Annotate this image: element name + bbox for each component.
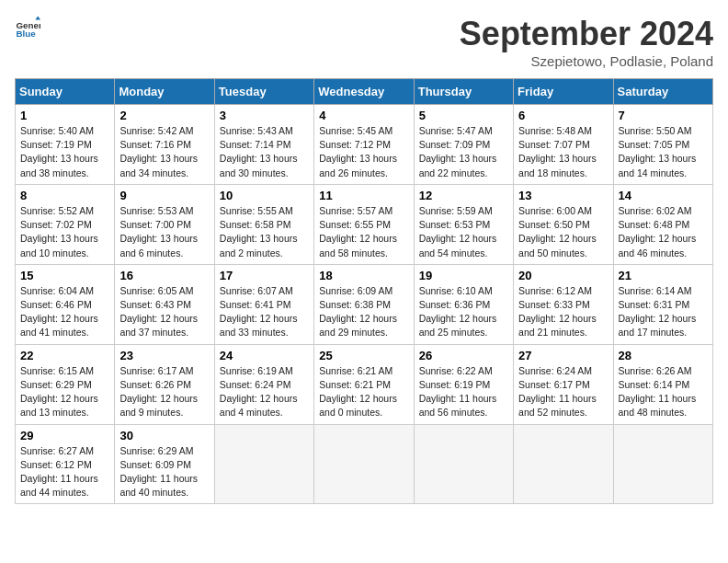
table-row: 9Sunrise: 5:53 AMSunset: 7:00 PMDaylight… [115, 184, 214, 264]
calendar-week-2: 8Sunrise: 5:52 AMSunset: 7:02 PMDaylight… [16, 184, 713, 264]
table-row: 15Sunrise: 6:04 AMSunset: 6:46 PMDayligh… [16, 264, 115, 344]
table-row [314, 424, 414, 504]
col-wednesday: Wednesday [314, 79, 414, 105]
calendar-week-5: 29Sunrise: 6:27 AMSunset: 6:12 PMDayligh… [16, 424, 713, 504]
table-row: 5Sunrise: 5:47 AMSunset: 7:09 PMDaylight… [414, 105, 513, 185]
table-row: 23Sunrise: 6:17 AMSunset: 6:26 PMDayligh… [115, 344, 214, 424]
table-row: 26Sunrise: 6:22 AMSunset: 6:19 PMDayligh… [414, 344, 513, 424]
table-row: 1Sunrise: 5:40 AMSunset: 7:19 PMDaylight… [16, 105, 115, 185]
table-row: 27Sunrise: 6:24 AMSunset: 6:17 PMDayligh… [514, 344, 613, 424]
table-row: 20Sunrise: 6:12 AMSunset: 6:33 PMDayligh… [514, 264, 613, 344]
table-row [414, 424, 513, 504]
table-row: 4Sunrise: 5:45 AMSunset: 7:12 PMDaylight… [314, 105, 414, 185]
calendar-table: Sunday Monday Tuesday Wednesday Thursday… [15, 78, 713, 504]
table-row: 12Sunrise: 5:59 AMSunset: 6:53 PMDayligh… [414, 184, 513, 264]
table-row: 18Sunrise: 6:09 AMSunset: 6:38 PMDayligh… [314, 264, 414, 344]
calendar-week-1: 1Sunrise: 5:40 AMSunset: 7:19 PMDaylight… [16, 105, 713, 185]
table-row: 10Sunrise: 5:55 AMSunset: 6:58 PMDayligh… [214, 184, 313, 264]
table-row: 30Sunrise: 6:29 AMSunset: 6:09 PMDayligh… [115, 424, 214, 504]
col-thursday: Thursday [414, 79, 513, 105]
table-row: 3Sunrise: 5:43 AMSunset: 7:14 PMDaylight… [214, 105, 313, 185]
table-row: 7Sunrise: 5:50 AMSunset: 7:05 PMDaylight… [613, 105, 712, 185]
col-friday: Friday [514, 79, 613, 105]
table-row: 29Sunrise: 6:27 AMSunset: 6:12 PMDayligh… [16, 424, 115, 504]
table-row: 14Sunrise: 6:02 AMSunset: 6:48 PMDayligh… [613, 184, 712, 264]
table-row [613, 424, 712, 504]
table-row: 2Sunrise: 5:42 AMSunset: 7:16 PMDaylight… [115, 105, 214, 185]
table-row: 19Sunrise: 6:10 AMSunset: 6:36 PMDayligh… [414, 264, 513, 344]
title-block: September 2024 Szepietowo, Podlasie, Pol… [460, 15, 713, 69]
location: Szepietowo, Podlasie, Poland [460, 53, 713, 69]
table-row: 6Sunrise: 5:48 AMSunset: 7:07 PMDaylight… [514, 105, 613, 185]
col-sunday: Sunday [16, 79, 115, 105]
col-monday: Monday [115, 79, 214, 105]
page-header: General Blue September 2024 Szepietowo, … [15, 15, 713, 69]
calendar-week-3: 15Sunrise: 6:04 AMSunset: 6:46 PMDayligh… [16, 264, 713, 344]
table-row: 24Sunrise: 6:19 AMSunset: 6:24 PMDayligh… [214, 344, 313, 424]
table-row [214, 424, 313, 504]
table-row: 11Sunrise: 5:57 AMSunset: 6:55 PMDayligh… [314, 184, 414, 264]
col-saturday: Saturday [613, 79, 712, 105]
svg-marker-1 [35, 16, 40, 19]
logo-icon: General Blue [15, 15, 40, 40]
table-row: 21Sunrise: 6:14 AMSunset: 6:31 PMDayligh… [613, 264, 712, 344]
calendar-week-4: 22Sunrise: 6:15 AMSunset: 6:29 PMDayligh… [16, 344, 713, 424]
table-row [514, 424, 613, 504]
svg-text:Blue: Blue [16, 29, 36, 39]
month-title: September 2024 [460, 15, 713, 53]
table-row: 22Sunrise: 6:15 AMSunset: 6:29 PMDayligh… [16, 344, 115, 424]
col-tuesday: Tuesday [214, 79, 313, 105]
table-row: 8Sunrise: 5:52 AMSunset: 7:02 PMDaylight… [16, 184, 115, 264]
table-row: 17Sunrise: 6:07 AMSunset: 6:41 PMDayligh… [214, 264, 313, 344]
table-row: 13Sunrise: 6:00 AMSunset: 6:50 PMDayligh… [514, 184, 613, 264]
header-row: Sunday Monday Tuesday Wednesday Thursday… [16, 79, 713, 105]
logo: General Blue [15, 15, 40, 40]
table-row: 28Sunrise: 6:26 AMSunset: 6:14 PMDayligh… [613, 344, 712, 424]
table-row: 25Sunrise: 6:21 AMSunset: 6:21 PMDayligh… [314, 344, 414, 424]
table-row: 16Sunrise: 6:05 AMSunset: 6:43 PMDayligh… [115, 264, 214, 344]
